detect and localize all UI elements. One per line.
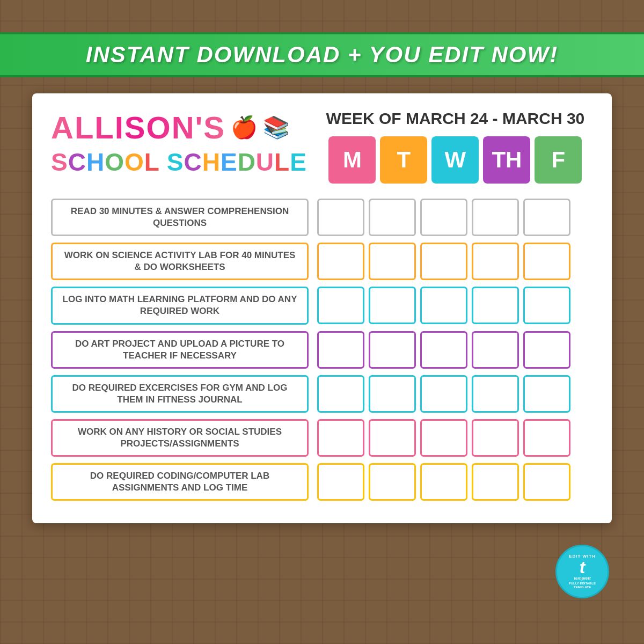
task-checkboxes-5 xyxy=(317,375,570,413)
cb-1-TH[interactable] xyxy=(472,199,519,236)
allisons-line: ALLISON'S 🍎 📚 xyxy=(51,109,307,145)
banner-text: INSTANT DOWNLOAD + YOU EDIT NOW! xyxy=(86,42,558,67)
top-banner: INSTANT DOWNLOAD + YOU EDIT NOW! xyxy=(0,32,644,77)
task-row-6: WORK ON ANY HISTORY OR SOCIAL STUDIES PR… xyxy=(51,419,593,457)
cb-2-T[interactable] xyxy=(369,243,416,280)
allisons-text: ALLISON'S xyxy=(51,109,225,145)
cb-6-TH[interactable] xyxy=(472,419,519,457)
cb-7-TH[interactable] xyxy=(472,463,519,501)
cb-7-M[interactable] xyxy=(317,463,364,501)
templett-subtitle: FULLY EDITABLETEMPLATE xyxy=(569,582,596,589)
task-checkboxes-1 xyxy=(317,199,570,236)
day-T: T xyxy=(380,136,427,184)
templett-badge: EDIT WITH t templett FULLY EDITABLETEMPL… xyxy=(555,545,609,598)
task-label-1: READ 30 MINUTES & ANSWER COMPREHENSION Q… xyxy=(51,199,309,236)
cb-3-W[interactable] xyxy=(420,287,467,324)
cb-7-W[interactable] xyxy=(420,463,467,501)
cb-4-W[interactable] xyxy=(420,331,467,369)
cb-4-T[interactable] xyxy=(369,331,416,369)
task-row-1: READ 30 MINUTES & ANSWER COMPREHENSION Q… xyxy=(51,199,593,236)
task-checkboxes-4 xyxy=(317,331,570,369)
cb-3-T[interactable] xyxy=(369,287,416,324)
cb-6-M[interactable] xyxy=(317,419,364,457)
task-row-7: DO REQUIRED CODING/COMPUTER LAB ASSIGNME… xyxy=(51,463,593,501)
task-checkboxes-3 xyxy=(317,287,570,324)
cb-5-W[interactable] xyxy=(420,375,467,413)
task-row-3: LOG INTO MATH LEARNING PLATFORM AND DO A… xyxy=(51,287,593,324)
title-section: ALLISON'S 🍎 📚 SCHOOL SCHEDULE xyxy=(51,109,307,177)
cb-1-M[interactable] xyxy=(317,199,364,236)
task-checkboxes-7 xyxy=(317,463,570,501)
card-header: ALLISON'S 🍎 📚 SCHOOL SCHEDULE WEEK OF MA… xyxy=(51,109,593,184)
main-card: ALLISON'S 🍎 📚 SCHOOL SCHEDULE WEEK OF MA… xyxy=(32,93,612,523)
task-label-5: DO REQUIRED EXCERCISES FOR GYM AND LOG T… xyxy=(51,375,309,413)
cb-5-TH[interactable] xyxy=(472,375,519,413)
school-schedule-text: SCHOOL SCHEDULE xyxy=(51,148,307,177)
cb-2-W[interactable] xyxy=(420,243,467,280)
cb-6-F[interactable] xyxy=(523,419,570,457)
day-W: W xyxy=(431,136,479,184)
templett-name: templett xyxy=(574,576,590,581)
cb-3-F[interactable] xyxy=(523,287,570,324)
week-title: WEEK OF MARCH 24 - MARCH 30 xyxy=(318,109,593,128)
task-checkboxes-2 xyxy=(317,243,570,280)
templett-t-letter: t xyxy=(580,559,586,576)
day-M: M xyxy=(328,136,376,184)
cb-3-TH[interactable] xyxy=(472,287,519,324)
cb-6-W[interactable] xyxy=(420,419,467,457)
books-icon: 📚 xyxy=(263,115,290,140)
cb-4-F[interactable] xyxy=(523,331,570,369)
task-row-2: WORK ON SCIENCE ACTIVITY LAB FOR 40 MINU… xyxy=(51,243,593,280)
apple-icon: 🍎 xyxy=(231,115,258,140)
day-headers: M T W TH F xyxy=(318,136,593,184)
task-label-6: WORK ON ANY HISTORY OR SOCIAL STUDIES PR… xyxy=(51,419,309,457)
day-F: F xyxy=(535,136,582,184)
day-TH: TH xyxy=(483,136,530,184)
cb-7-T[interactable] xyxy=(369,463,416,501)
cb-5-M[interactable] xyxy=(317,375,364,413)
task-label-4: DO ART PROJECT AND UPLOAD A PICTURE TO T… xyxy=(51,331,309,369)
task-checkboxes-6 xyxy=(317,419,570,457)
task-label-2: WORK ON SCIENCE ACTIVITY LAB FOR 40 MINU… xyxy=(51,243,309,280)
cb-2-F[interactable] xyxy=(523,243,570,280)
cb-1-W[interactable] xyxy=(420,199,467,236)
task-row-5: DO REQUIRED EXCERCISES FOR GYM AND LOG T… xyxy=(51,375,593,413)
cb-7-F[interactable] xyxy=(523,463,570,501)
cb-4-M[interactable] xyxy=(317,331,364,369)
cb-5-T[interactable] xyxy=(369,375,416,413)
cb-1-F[interactable] xyxy=(523,199,570,236)
cb-5-F[interactable] xyxy=(523,375,570,413)
cb-2-TH[interactable] xyxy=(472,243,519,280)
week-section: WEEK OF MARCH 24 - MARCH 30 M T W TH F xyxy=(318,109,593,184)
cb-1-T[interactable] xyxy=(369,199,416,236)
cb-2-M[interactable] xyxy=(317,243,364,280)
task-label-7: DO REQUIRED CODING/COMPUTER LAB ASSIGNME… xyxy=(51,463,309,501)
cb-4-TH[interactable] xyxy=(472,331,519,369)
task-label-3: LOG INTO MATH LEARNING PLATFORM AND DO A… xyxy=(51,287,309,324)
cb-3-M[interactable] xyxy=(317,287,364,324)
cb-6-T[interactable] xyxy=(369,419,416,457)
task-row-4: DO ART PROJECT AND UPLOAD A PICTURE TO T… xyxy=(51,331,593,369)
